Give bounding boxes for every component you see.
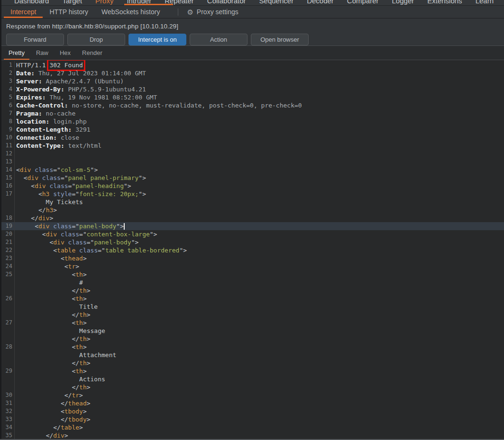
code-row[interactable]: 34 </table> xyxy=(0,423,504,431)
subtab-intercept[interactable]: Intercept xyxy=(4,6,43,18)
code-row[interactable]: 5Expires: Thu, 19 Nov 1981 08:52:00 GMT xyxy=(0,93,504,101)
code-row[interactable]: 24 <tr> xyxy=(0,262,504,270)
code-row[interactable]: 2Date: Thu, 27 Jul 2023 01:14:00 GMT xyxy=(0,69,504,77)
gear-icon: ⚙ xyxy=(187,9,193,16)
code-row[interactable]: 17 <h3 style="font-size: 20px;"> xyxy=(0,190,504,198)
menu-item-target[interactable]: Target xyxy=(62,0,82,5)
code-row[interactable]: 35 </div> xyxy=(0,431,504,440)
code-segment: div xyxy=(53,432,64,439)
code-segment: panel-body xyxy=(79,223,116,230)
code-row[interactable]: My Tickets xyxy=(0,198,504,206)
code-row[interactable]: 27 <th> xyxy=(0,319,504,327)
code-segment: div xyxy=(53,239,64,246)
code-row[interactable]: </h3> xyxy=(0,206,504,214)
code-row[interactable]: </th> xyxy=(0,287,504,295)
code-segment: > xyxy=(83,368,87,375)
code-row[interactable]: </th> xyxy=(0,383,504,391)
code-segment: > xyxy=(87,384,91,391)
code-row[interactable]: 20 <div class="content-box-large"> xyxy=(0,230,504,238)
code-segment: style xyxy=(53,190,72,198)
code-segment: </ xyxy=(53,424,61,431)
code-segment: > xyxy=(87,359,91,367)
code-row[interactable]: 13 xyxy=(0,158,504,166)
line-number: 13 xyxy=(0,158,15,166)
code-row[interactable]: 28 <th> xyxy=(0,343,504,351)
code-segment xyxy=(16,215,31,222)
menu-item-collaborator[interactable]: Collaborator xyxy=(207,0,246,5)
code-row[interactable]: 7Pragma: no-cache xyxy=(0,109,504,117)
viewtab-hex[interactable]: Hex xyxy=(54,46,76,60)
menu-item-sequencer[interactable]: Sequencer xyxy=(259,0,294,5)
intercept-is-on-button[interactable]: Intercept is on xyxy=(128,34,186,45)
code-segment: < xyxy=(35,223,38,230)
open-browser-button[interactable]: Open browser xyxy=(251,34,309,45)
subtab-websockets-history[interactable]: WebSockets history xyxy=(95,6,166,18)
code-segment: Actions xyxy=(16,376,105,383)
code-row[interactable]: Message xyxy=(0,327,504,335)
line-number xyxy=(0,359,15,367)
viewtab-render[interactable]: Render xyxy=(76,46,108,60)
code-row[interactable]: 26 <th> xyxy=(0,295,504,303)
proxy-subtab-bar: InterceptHTTP historyWebSockets history … xyxy=(0,5,504,18)
code-row[interactable]: 14<div class="col-sm-5"> xyxy=(0,166,504,174)
code-segment xyxy=(16,271,72,278)
code-segment: class xyxy=(49,182,68,189)
code-row[interactable]: 19 <div class="panel-body"> xyxy=(0,222,504,230)
code-row[interactable]: 33 </tbody> xyxy=(0,415,504,423)
menu-item-proxy[interactable]: Proxy xyxy=(95,0,113,5)
code-row[interactable]: Title xyxy=(0,303,504,311)
code-row[interactable]: 9Content-Length: 3291 xyxy=(0,126,504,134)
subtab-http-history[interactable]: HTTP history xyxy=(43,6,94,18)
code-row[interactable]: Attachment xyxy=(0,351,504,359)
code-segment: =" xyxy=(61,174,68,181)
menu-item-extensions[interactable]: Extensions xyxy=(427,0,462,5)
code-row[interactable]: 21 <div class="panel-body"> xyxy=(0,238,504,246)
code-row[interactable]: 25 <th> xyxy=(0,270,504,278)
code-row[interactable]: 22 <table class="table table-bordered"> xyxy=(0,246,504,254)
viewtab-raw[interactable]: Raw xyxy=(30,46,54,60)
code-row[interactable]: </th> xyxy=(0,311,504,319)
code-row[interactable]: </th> xyxy=(0,335,504,343)
code-row[interactable]: 30 </tr> xyxy=(0,391,504,399)
code-segment: > xyxy=(79,392,83,399)
drop-button[interactable]: Drop xyxy=(67,34,125,45)
code-segment: th xyxy=(75,368,83,375)
line-number: 7 xyxy=(0,109,15,117)
code-row[interactable]: # xyxy=(0,278,504,287)
code-row[interactable]: 32 <tbody> xyxy=(0,407,504,415)
code-row[interactable]: 31 </thead> xyxy=(0,399,504,407)
code-row[interactable]: 12 xyxy=(0,150,504,158)
code-segment: th xyxy=(75,295,83,302)
code-row[interactable]: 10Connection: close xyxy=(0,134,504,142)
menu-item-decoder[interactable]: Decoder xyxy=(307,0,334,5)
code-row[interactable]: 3Server: Apache/2.4.7 (Ubuntu) xyxy=(0,77,504,85)
code-segment: class xyxy=(61,231,79,238)
menu-item-learn[interactable]: Learn xyxy=(476,0,494,5)
viewtab-pretty[interactable]: Pretty xyxy=(3,46,30,60)
code-row[interactable]: </th> xyxy=(0,359,504,367)
line-number: 4 xyxy=(0,85,15,93)
code-row[interactable]: 8location: login.php xyxy=(0,117,504,126)
code-segment: =" xyxy=(79,231,87,238)
code-row[interactable]: 29 <th> xyxy=(0,367,504,375)
code-row[interactable]: 1HTTP/1.1 302 Found xyxy=(0,61,504,69)
code-row[interactable]: 6Cache-Control: no-store, no-cache, must… xyxy=(0,101,504,109)
proxy-settings-button[interactable]: ⚙ Proxy settings xyxy=(183,6,242,18)
code-row[interactable]: 16 <div class="panel-heading"> xyxy=(0,182,504,190)
code-row[interactable]: 4X-Powered-By: PHP/5.5.9-1ubuntu4.21 xyxy=(0,85,504,93)
code-segment: h3 xyxy=(46,207,54,214)
code-row[interactable]: 23 <thead> xyxy=(0,254,504,262)
code-row[interactable]: Actions xyxy=(0,375,504,383)
forward-button[interactable]: Forward xyxy=(6,34,64,45)
message-editor[interactable]: 1HTTP/1.1 302 Found2Date: Thu, 27 Jul 20… xyxy=(0,60,504,440)
menu-item-logger[interactable]: Logger xyxy=(392,0,414,5)
menu-item-comparer[interactable]: Comparer xyxy=(347,0,379,5)
line-number: 15 xyxy=(0,174,15,182)
menu-item-dashboard[interactable]: Dashboard xyxy=(14,0,49,5)
code-row[interactable]: 11Content-Type: text/html xyxy=(0,142,504,150)
code-row[interactable]: 15 <div class="panel panel-primary"> xyxy=(0,174,504,182)
code-segment: tbody xyxy=(68,416,87,423)
code-row[interactable]: 18 </div> xyxy=(0,214,504,222)
line-number: 31 xyxy=(0,399,15,407)
action-button[interactable]: Action xyxy=(190,34,247,45)
